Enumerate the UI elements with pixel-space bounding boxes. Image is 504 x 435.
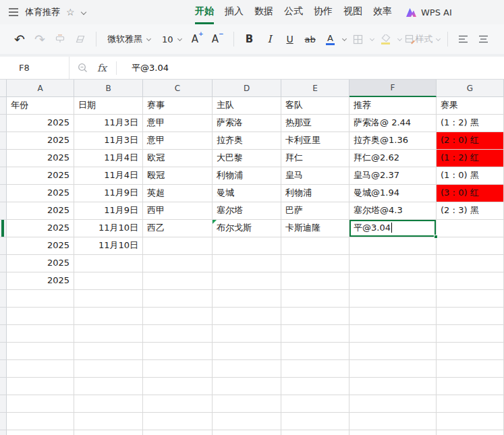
column-header-F[interactable]: F — [349, 80, 437, 97]
row-header-2[interactable] — [0, 115, 7, 132]
cell-G11[interactable] — [437, 272, 504, 290]
cell-A1[interactable]: 年份 — [7, 97, 74, 115]
cell-A19[interactable] — [7, 413, 74, 430]
cell-G1[interactable]: 赛果 — [437, 97, 504, 115]
cell-F16[interactable] — [349, 360, 437, 378]
cell-D5[interactable]: 利物浦 — [213, 167, 281, 185]
fill-color-button[interactable] — [377, 30, 395, 49]
cell-C6[interactable]: 英超 — [143, 185, 213, 202]
cell-A6[interactable]: 2025 — [7, 185, 74, 202]
cell-D8[interactable]: 布尔戈斯 — [213, 220, 281, 237]
cell-B12[interactable] — [74, 290, 143, 308]
tab-formulas[interactable]: 公式 — [284, 0, 303, 24]
cell-C8[interactable]: 西乙 — [143, 220, 213, 237]
row-header-17[interactable] — [0, 378, 7, 395]
cell-B9[interactable]: 11月10日 — [74, 237, 143, 255]
formula-input[interactable]: 平@3.04 — [125, 62, 504, 74]
title-chevron-down-icon[interactable] — [81, 9, 86, 15]
row-header-8[interactable] — [0, 220, 7, 237]
cell-E2[interactable]: 热那亚 — [281, 115, 349, 132]
cell-A17[interactable] — [7, 378, 74, 395]
cell-B1[interactable]: 日期 — [74, 97, 143, 115]
row-header-20[interactable] — [0, 430, 7, 435]
cell-A7[interactable]: 2025 — [7, 202, 74, 220]
cell-F18[interactable] — [349, 395, 437, 413]
cell-B8[interactable]: 11月10日 — [74, 220, 143, 237]
cell-B11[interactable] — [74, 272, 143, 290]
cell-C7[interactable]: 西甲 — [143, 202, 213, 220]
cell-G13[interactable] — [437, 308, 504, 325]
cell-A4[interactable]: 2025 — [7, 150, 74, 167]
font-color-chevron-icon[interactable] — [342, 37, 347, 42]
tab-collaborate[interactable]: 协作 — [314, 0, 333, 24]
cell-B5[interactable]: 11月4日 — [74, 167, 143, 185]
grid-corner-cell[interactable] — [0, 80, 7, 97]
cell-F12[interactable] — [349, 290, 437, 308]
cell-B18[interactable] — [74, 395, 143, 413]
cell-E18[interactable] — [281, 395, 349, 413]
search-icon[interactable] — [78, 63, 88, 73]
cell-C5[interactable]: 殴冠 — [143, 167, 213, 185]
column-header-A[interactable]: A — [7, 80, 74, 97]
cell-F4[interactable]: 拜仁@2.62 — [349, 150, 437, 167]
cell-B20[interactable] — [74, 430, 143, 435]
cell-F8[interactable]: 平@3.04 — [349, 220, 437, 237]
cell-G18[interactable] — [437, 395, 504, 413]
cell-C13[interactable] — [143, 308, 213, 325]
cell-G16[interactable] — [437, 360, 504, 378]
cell-C20[interactable] — [143, 430, 213, 435]
cell-D17[interactable] — [213, 378, 281, 395]
cell-F7[interactable]: 塞尔塔@4.3 — [349, 202, 437, 220]
cell-F19[interactable] — [349, 413, 437, 430]
cell-F2[interactable]: 萨索洛@ 2.44 — [349, 115, 437, 132]
cell-B2[interactable]: 11月3日 — [74, 115, 143, 132]
cell-E10[interactable] — [281, 255, 349, 272]
cell-D1[interactable]: 主队 — [213, 97, 281, 115]
tab-home[interactable]: 开始 — [195, 0, 214, 24]
cell-G8[interactable] — [437, 220, 504, 237]
cell-D14[interactable] — [213, 325, 281, 343]
cell-F14[interactable] — [349, 325, 437, 343]
cell-A11[interactable]: 2025 — [7, 272, 74, 290]
cell-E3[interactable]: 卡利亚里 — [281, 132, 349, 150]
cell-D15[interactable] — [213, 343, 281, 360]
row-header-10[interactable] — [0, 255, 7, 272]
cell-A18[interactable] — [7, 395, 74, 413]
cell-A5[interactable]: 2025 — [7, 167, 74, 185]
row-header-13[interactable] — [0, 308, 7, 325]
row-header-4[interactable] — [0, 150, 7, 167]
cell-C17[interactable] — [143, 378, 213, 395]
cell-C15[interactable] — [143, 343, 213, 360]
cell-F10[interactable] — [349, 255, 437, 272]
column-header-E[interactable]: E — [281, 80, 349, 97]
cell-F11[interactable] — [349, 272, 437, 290]
cell-A16[interactable] — [7, 360, 74, 378]
cell-A20[interactable] — [7, 430, 74, 435]
cell-G2[interactable]: (1：2) 黑 — [437, 115, 504, 132]
cell-C11[interactable] — [143, 272, 213, 290]
cell-G19[interactable] — [437, 413, 504, 430]
cell-B6[interactable]: 11月9日 — [74, 185, 143, 202]
cell-B19[interactable] — [74, 413, 143, 430]
cell-D3[interactable]: 拉齐奥 — [213, 132, 281, 150]
tab-insert[interactable]: 插入 — [225, 0, 244, 24]
cell-B16[interactable] — [74, 360, 143, 378]
cell-D9[interactable] — [213, 237, 281, 255]
cell-E20[interactable] — [281, 430, 349, 435]
font-name-select[interactable]: 微软雅黑 — [103, 30, 155, 48]
cell-G6[interactable]: (3：0) 红 — [437, 185, 504, 202]
tab-data[interactable]: 数据 — [254, 0, 273, 24]
cell-E1[interactable]: 客队 — [281, 97, 349, 115]
cell-C3[interactable]: 意甲 — [143, 132, 213, 150]
cell-F6[interactable]: 曼城@1.94 — [349, 185, 437, 202]
cell-F3[interactable]: 拉齐奥@1.36 — [349, 132, 437, 150]
cell-E9[interactable] — [281, 237, 349, 255]
font-size-select[interactable]: 10 — [158, 30, 186, 48]
cell-B17[interactable] — [74, 378, 143, 395]
cell-F13[interactable] — [349, 308, 437, 325]
cell-F1[interactable]: 推荐 — [349, 97, 437, 115]
row-header-16[interactable] — [0, 360, 7, 378]
cell-E11[interactable] — [281, 272, 349, 290]
tab-efficiency[interactable]: 效率 — [373, 0, 392, 24]
name-box[interactable]: F8 — [0, 57, 69, 79]
